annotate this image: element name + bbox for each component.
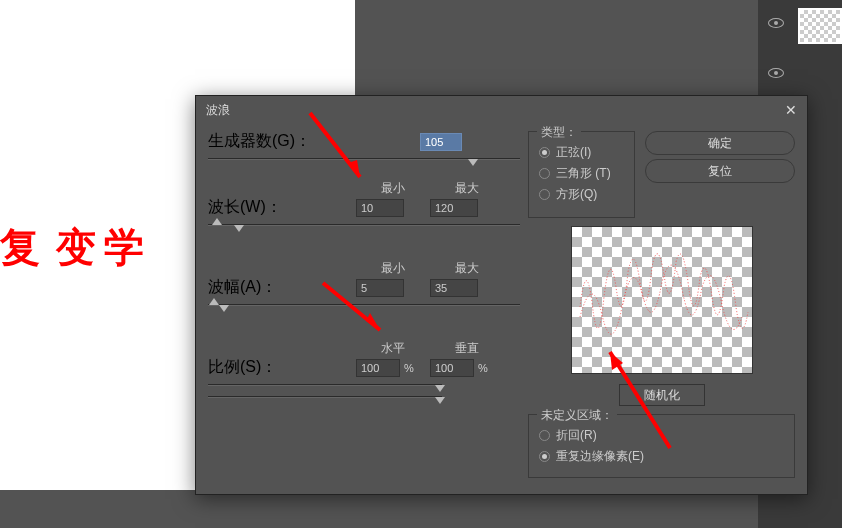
vert-header: 垂直 xyxy=(430,340,504,357)
amplitude-slider[interactable] xyxy=(208,304,520,306)
scale-horiz-input[interactable] xyxy=(356,359,400,377)
dialog-titlebar: 波浪 ✕ xyxy=(196,96,807,125)
right-column: 类型： 正弦(I) 三角形 (T) 方形(Q) 确定 复位 随机化 xyxy=(528,131,795,483)
amplitude-label: 波幅(A)： xyxy=(208,277,356,298)
generators-label: 生成器数(G)： xyxy=(208,131,420,152)
layer-thumbnail[interactable] xyxy=(798,8,842,44)
generators-input[interactable] xyxy=(420,133,462,151)
document-text: 复变学 xyxy=(0,220,152,275)
wave-preview xyxy=(571,226,753,374)
visibility-eye-icon[interactable] xyxy=(768,18,784,28)
close-icon[interactable]: ✕ xyxy=(785,102,797,118)
type-sine-radio[interactable]: 正弦(I) xyxy=(539,144,624,161)
max-header: 最大 xyxy=(430,260,504,277)
type-triangle-radio[interactable]: 三角形 (T) xyxy=(539,165,624,182)
undefined-area-group: 未定义区域： 折回(R) 重复边缘像素(E) xyxy=(528,414,795,478)
undef-group-label: 未定义区域： xyxy=(537,407,617,424)
type-group: 类型： 正弦(I) 三角形 (T) 方形(Q) xyxy=(528,131,635,218)
wavelength-label: 波长(W)： xyxy=(208,197,356,218)
type-square-radio[interactable]: 方形(Q) xyxy=(539,186,624,203)
scale-vert-input[interactable] xyxy=(430,359,474,377)
horiz-header: 水平 xyxy=(356,340,430,357)
scale-vert-slider[interactable] xyxy=(208,396,442,398)
scale-label: 比例(S)： xyxy=(208,357,356,378)
reset-button[interactable]: 复位 xyxy=(645,159,795,183)
wavelength-max-input[interactable] xyxy=(430,199,478,217)
randomize-button[interactable]: 随机化 xyxy=(619,384,705,406)
parameters-column: 生成器数(G)： 最小 最大 波长(W)： xyxy=(208,131,528,483)
min-header: 最小 xyxy=(356,180,430,197)
undef-repeat-radio[interactable]: 重复边缘像素(E) xyxy=(539,448,784,465)
ok-button[interactable]: 确定 xyxy=(645,131,795,155)
wave-filter-dialog: 波浪 ✕ 生成器数(G)： 最小 最大 波长(W)： xyxy=(195,95,808,495)
visibility-eye-icon[interactable] xyxy=(768,68,784,78)
type-group-label: 类型： xyxy=(537,124,581,141)
generators-slider[interactable] xyxy=(208,158,520,160)
amplitude-max-input[interactable] xyxy=(430,279,478,297)
amplitude-min-input[interactable] xyxy=(356,279,404,297)
wavelength-min-input[interactable] xyxy=(356,199,404,217)
min-header: 最小 xyxy=(356,260,430,277)
dialog-title-text: 波浪 xyxy=(206,103,230,117)
max-header: 最大 xyxy=(430,180,504,197)
wavelength-slider[interactable] xyxy=(208,224,520,226)
scale-horiz-slider[interactable] xyxy=(208,384,442,386)
undef-wrap-radio[interactable]: 折回(R) xyxy=(539,427,784,444)
